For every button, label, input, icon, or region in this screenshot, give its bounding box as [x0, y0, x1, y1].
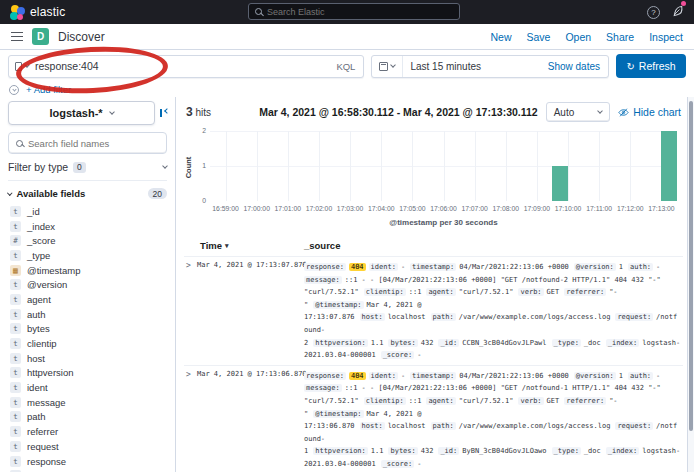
x-tick-label: 17:05:00: [399, 205, 425, 212]
source-field-key: request:: [615, 422, 653, 430]
field-item-_index[interactable]: t_index: [0, 219, 175, 234]
add-filter-button[interactable]: + Add filter: [26, 84, 71, 95]
query-input[interactable]: [35, 60, 328, 72]
source-field-key: httpversion:: [313, 447, 368, 455]
x-axis-label: @timestamp per 30 seconds: [210, 218, 677, 227]
field-item-_type[interactable]: t_type: [0, 248, 175, 263]
expand-row-icon[interactable]: >: [184, 370, 197, 471]
menu-icon[interactable]: [11, 32, 23, 42]
available-fields-header[interactable]: Available fields 20: [0, 181, 175, 204]
source-field-key: @version:: [574, 263, 616, 271]
field-item-referrer[interactable]: treferrer: [0, 424, 175, 439]
field-item-httpversion[interactable]: thttpversion: [0, 366, 175, 381]
hits-count: 3 hits: [186, 105, 251, 119]
calendar-icon[interactable]: [372, 56, 403, 77]
open-button[interactable]: Open: [565, 31, 591, 43]
search-icon: [255, 8, 262, 15]
field-item-ident[interactable]: tident: [0, 380, 175, 395]
source-field-key: verb:: [518, 288, 543, 296]
field-type-icon: t: [10, 426, 21, 437]
filter-count-badge: 0: [73, 162, 86, 173]
inspect-button[interactable]: Inspect: [649, 31, 683, 43]
field-item-_id[interactable]: t_id: [0, 204, 175, 219]
field-item-timestamp[interactable]: ttimestamp: [0, 468, 175, 472]
time-range-value[interactable]: Last 15 minutes: [403, 61, 481, 72]
sort-desc-icon[interactable]: ▾: [225, 242, 229, 250]
query-language-toggle[interactable]: KQL: [328, 61, 363, 72]
field-type-icon: ▦: [10, 265, 21, 276]
y-tick-label: 2: [192, 127, 206, 134]
expand-row-icon[interactable]: >: [184, 261, 197, 362]
x-tick-label: 17:07:00: [461, 205, 487, 212]
histogram-bar[interactable]: [661, 131, 677, 201]
source-field-value: localhost: [388, 422, 426, 430]
source-field-value: ::1: [409, 288, 422, 296]
hide-chart-button[interactable]: Hide chart: [618, 106, 681, 118]
chevron-down-icon: [109, 109, 115, 115]
elastic-logo-icon: [10, 5, 25, 20]
x-tick-label: 17:09:00: [524, 205, 550, 212]
vertical-scrollbar[interactable]: [687, 97, 694, 472]
query-input-box: KQL: [8, 55, 364, 78]
filter-by-type[interactable]: Filter by type 0: [8, 161, 167, 181]
source-field-key: response:: [304, 372, 346, 380]
help-icon[interactable]: ?: [647, 6, 660, 19]
filter-bar: + Add filter: [0, 82, 694, 97]
field-item-bytes[interactable]: tbytes: [0, 322, 175, 337]
source-field-key: host:: [360, 313, 385, 321]
source-field-value: /var/www/example.com/logs/access.log: [459, 422, 611, 430]
field-item-auth[interactable]: tauth: [0, 307, 175, 322]
scrollbar-thumb[interactable]: [689, 101, 693, 431]
histogram-chart[interactable]: Count 210 16:59:0017:00:0017:01:0017:02:…: [184, 127, 683, 231]
field-item-message[interactable]: tmessage: [0, 395, 175, 410]
chevron-down-icon: [391, 62, 397, 68]
x-tick-label: 17:11:00: [586, 205, 612, 212]
table-row: >Mar 4, 2021 @ 17:13:06.870response:404i…: [184, 365, 683, 472]
field-item-agent[interactable]: tagent: [0, 292, 175, 307]
global-search[interactable]: [248, 3, 460, 20]
field-item-clientip[interactable]: tclientip: [0, 336, 175, 351]
source-field-value: 1: [619, 372, 623, 380]
field-name: _index: [27, 221, 55, 232]
field-item-@timestamp[interactable]: ▦@timestamp: [0, 263, 175, 278]
field-list: t_idt_index#_scoret_type▦@timestampt@ver…: [0, 204, 175, 472]
y-tick-label: 0: [192, 197, 206, 204]
source-field-key: auth:: [628, 372, 653, 380]
source-field-value: "curl/7.52.1": [459, 397, 514, 405]
field-type-icon: t: [10, 323, 21, 334]
y-tick-label: 1: [192, 162, 206, 169]
histogram-bar[interactable]: [552, 166, 568, 201]
collapse-sidebar-icon[interactable]: [160, 108, 170, 118]
source-field-value: 432: [421, 339, 434, 347]
field-item-response[interactable]: tresponse: [0, 454, 175, 469]
source-field-value: 1.1: [371, 447, 384, 455]
app-navbar: D Discover New Save Open Share Inspect: [0, 24, 694, 50]
save-button[interactable]: Save: [526, 31, 550, 43]
table-row: >Mar 4, 2021 @ 17:13:07.876response:404i…: [184, 256, 683, 365]
index-pattern-selector[interactable]: logstash-*: [8, 101, 155, 125]
global-search-input[interactable]: [267, 7, 453, 17]
refresh-button[interactable]: ↻ Refresh: [616, 54, 686, 78]
show-dates-link[interactable]: Show dates: [548, 61, 608, 72]
elastic-logo[interactable]: elastic: [10, 5, 65, 20]
saved-queries-icon[interactable]: [9, 62, 35, 71]
documents-table: Time ▾ _source >Mar 4, 2021 @ 17:13:07.8…: [184, 235, 683, 472]
newsfeed-icon[interactable]: [672, 3, 684, 21]
field-item-request[interactable]: trequest: [0, 439, 175, 454]
source-field-key: clientip:: [364, 288, 406, 296]
field-search[interactable]: [8, 132, 167, 154]
field-item-_score[interactable]: #_score: [0, 233, 175, 248]
field-type-icon: t: [10, 456, 21, 467]
share-button[interactable]: Share: [606, 31, 634, 43]
field-item-path[interactable]: tpath: [0, 410, 175, 425]
column-time[interactable]: Time ▾: [184, 240, 304, 251]
interval-select[interactable]: Auto: [546, 102, 610, 122]
filter-menu-icon[interactable]: [9, 85, 19, 95]
source-field-key: path:: [431, 422, 456, 430]
source-field-key: timestamp:: [410, 372, 456, 380]
field-item-host[interactable]: thost: [0, 351, 175, 366]
field-type-icon: #: [10, 235, 21, 246]
field-search-input[interactable]: [28, 138, 159, 149]
new-button[interactable]: New: [490, 31, 511, 43]
field-item-@version[interactable]: t@version: [0, 277, 175, 292]
